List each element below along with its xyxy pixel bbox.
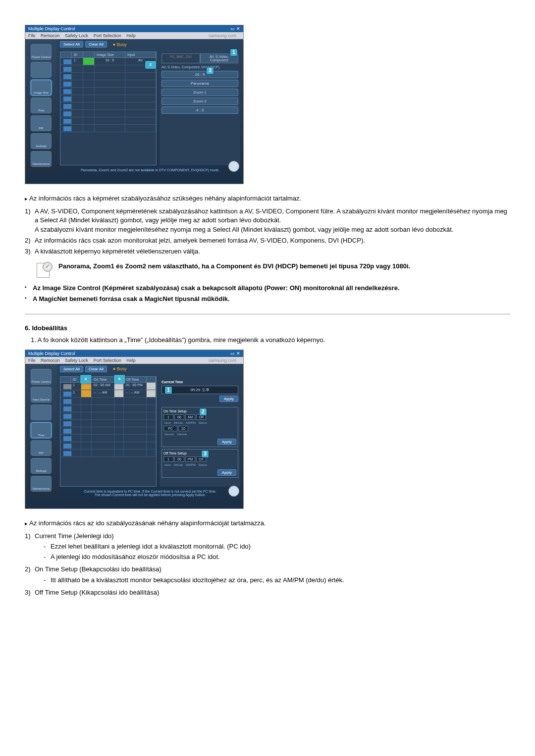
sidebar-image-size-icon[interactable] [31,404,52,420]
menu-help[interactable]: Help [126,358,136,363]
apply-button[interactable]: Apply [217,439,236,445]
sidebar-power-icon[interactable]: Power Control [31,369,52,385]
table-row[interactable] [60,420,156,427]
numbered-list: 1) A AV, S-VIDEO, Component képméretének… [25,207,510,256]
table-row[interactable]: 1 16 : 9 AV 2 [60,58,156,65]
opt-zoom1[interactable]: Zoom 1 [161,89,238,96]
menu-safety-lock[interactable]: Safety Lock [65,33,88,38]
info-icon[interactable] [228,486,239,497]
window-titlebar: Multiple Display Control ▭ ✕ [25,25,243,32]
checkbox-icon[interactable] [63,82,72,87]
table-row[interactable] [60,427,156,435]
minute-input[interactable]: 00 [174,456,184,462]
checkbox-icon[interactable] [63,111,72,116]
apply-button[interactable]: Apply [219,396,238,402]
callout-4: 4 [80,375,92,384]
sidebar-input-icon[interactable]: Input Source [31,387,52,403]
menu-file[interactable]: File [28,33,36,38]
menu-port-selection[interactable]: Port Selection [94,358,121,363]
table-row[interactable] [60,398,156,405]
sidebar-maintenance-icon[interactable]: Maintenance [31,476,52,492]
toggle-icon[interactable] [147,390,156,397]
info-grid: ID On Time Off Time 4 5 1 02 : 00 AM [60,376,157,487]
apply-button[interactable]: Apply [217,469,236,476]
list-number: 1) [25,207,35,234]
opt-zoom2[interactable]: Zoom 2 [161,98,238,105]
footer-note: Panorama, Zoom1 and Zoom2 are not availa… [57,167,243,173]
table-row[interactable] [60,88,156,95]
table-row[interactable] [60,80,156,88]
section-heading: 6. Idobeállítás [25,324,510,332]
volume-input[interactable]: 10 [178,426,188,431]
checkbox-icon[interactable] [63,89,72,94]
panel-label: AV, S-Video, Component, DVI(HDCP) [161,65,238,69]
toggle-icon[interactable] [114,390,124,397]
checkbox-icon[interactable] [63,67,72,72]
clear-all-button[interactable]: Clear All [85,366,107,372]
menu-safety-lock[interactable]: Safety Lock [65,358,88,363]
checkbox-icon[interactable] [63,119,72,124]
table-row[interactable] [60,65,156,73]
menu-remocon[interactable]: Remocon [41,33,60,38]
tab-pc-bnc-dvi[interactable]: PC, BNC, DVI [161,53,200,63]
checkbox-icon[interactable] [63,59,72,64]
clear-all-button[interactable]: Clear All [85,41,107,48]
table-row[interactable] [60,102,156,110]
sidebar-settings-icon[interactable]: Settings [31,458,52,474]
minute-input[interactable]: 00 [174,414,184,420]
table-row[interactable] [60,117,156,125]
source-input[interactable]: PC [163,426,177,431]
table-row[interactable] [60,435,156,442]
hour-input[interactable]: 1 [163,456,173,462]
sidebar: Power Control Input Source Time PIP Sett… [25,364,57,498]
select-all-button[interactable]: Select All [60,41,83,48]
opt-16-9[interactable]: 16 : 9 [161,71,238,78]
sidebar-time-icon[interactable]: Time [31,98,52,113]
col-id: ID [72,52,83,57]
opt-panorama[interactable]: Panorama [161,80,238,87]
bullet-icon: ▪ [25,295,33,303]
sidebar-maintenance-icon[interactable]: Maintenance [31,151,52,167]
checkbox-icon[interactable] [63,97,72,101]
hour-input[interactable]: 1 [163,414,173,420]
menu-port-selection[interactable]: Port Selection [94,33,121,38]
checkbox-icon[interactable] [63,104,72,109]
table-row[interactable]: 1 -- : -- AM -- : -- AM [60,390,156,398]
table-row[interactable] [60,412,156,420]
checkbox-icon[interactable] [63,74,72,79]
sidebar-pip-icon[interactable]: PIP [31,440,52,456]
sidebar-input-icon[interactable] [31,62,52,78]
info-icon[interactable] [228,161,239,172]
list-text: A AV, S-VIDEO, Component képméretének sz… [35,207,510,234]
sidebar-time-icon[interactable]: Time [31,422,52,438]
toggle-icon[interactable] [114,383,124,390]
sidebar-pip-icon[interactable]: PIP [31,115,52,131]
sidebar-power-icon[interactable]: Power Control [31,44,52,60]
table-row[interactable] [60,95,156,102]
ampm-input[interactable]: AM [185,414,195,420]
ampm-select[interactable]: PM [185,456,195,462]
options-panel: PC, BNC, DVI AV, S-Video, Component 1 AV… [160,51,240,165]
bullet-text: Az Image Size Control (Képméret szabályo… [33,284,510,293]
menu-remocon[interactable]: Remocon [41,358,60,363]
table-row[interactable] [60,442,156,450]
table-row[interactable] [60,110,156,117]
menu-file[interactable]: File [28,358,36,363]
table-row[interactable] [60,450,156,457]
callout-2: 2 [145,61,157,69]
sidebar-image-size-icon[interactable]: Image Size [31,80,52,96]
table-row[interactable] [60,73,156,80]
checkbox-icon[interactable] [63,126,72,131]
opt-4-3[interactable]: 4 : 3 [161,106,238,114]
sidebar-settings-icon[interactable]: Settings [31,133,52,149]
select-all-button[interactable]: Select All [60,366,83,372]
menu-help[interactable]: Help [126,33,136,38]
window-title: Multiple Display Control [28,351,75,356]
table-row[interactable]: 1 02 : 00 AM 01 : 00 PM [60,383,156,390]
toggle-icon[interactable] [147,383,156,390]
col-check [60,52,72,57]
callout-1: 1 [165,387,172,394]
table-row[interactable] [60,405,156,412]
off-time-setup: Off Time Setup 3 1 00 PM On Hour Minute … [161,449,238,478]
table-row[interactable] [60,125,156,132]
